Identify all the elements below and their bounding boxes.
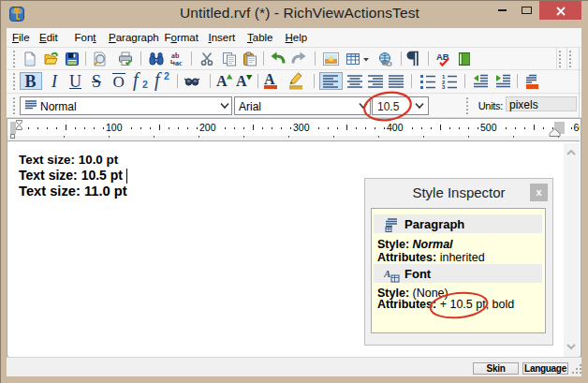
svg-text:A: A bbox=[384, 268, 390, 279]
svg-text:3: 3 bbox=[442, 84, 446, 89]
svg-text:ac: ac bbox=[175, 59, 183, 66]
